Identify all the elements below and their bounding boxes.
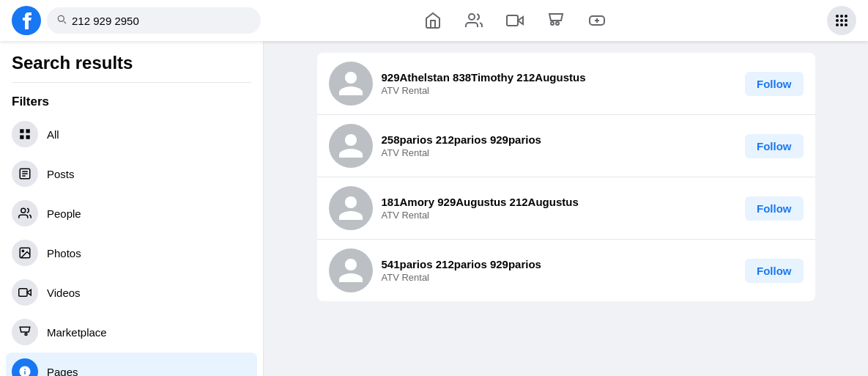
svg-point-12 xyxy=(840,23,843,26)
sidebar: Search results Filters All Posts People xyxy=(0,41,264,376)
app-layout: Search results Filters All Posts People xyxy=(0,0,868,376)
photos-icon xyxy=(12,240,38,266)
result-category: ATV Rental xyxy=(382,147,737,158)
follow-button[interactable]: Follow xyxy=(745,72,804,96)
sidebar-item-label: Posts xyxy=(47,168,75,180)
avatar xyxy=(329,124,373,168)
search-box[interactable] xyxy=(47,7,261,34)
svg-point-10 xyxy=(845,19,847,22)
follow-button[interactable]: Follow xyxy=(745,259,804,283)
result-category: ATV Rental xyxy=(382,85,737,96)
svg-point-9 xyxy=(840,19,843,22)
sidebar-divider xyxy=(12,82,251,83)
sidebar-item-label: Photos xyxy=(47,247,81,259)
svg-rect-17 xyxy=(26,136,30,139)
sidebar-item-videos[interactable]: Videos xyxy=(6,273,257,312)
result-category: ATV Rental xyxy=(382,210,737,221)
facebook-logo-icon xyxy=(12,6,41,35)
sidebar-item-label: Marketplace xyxy=(47,326,107,339)
posts-icon xyxy=(12,161,38,187)
result-info: 541parios 212parios 929parios ATV Rental xyxy=(382,258,737,283)
table-row: 181Amory 929Augustus 212Augustus ATV Ren… xyxy=(317,177,815,240)
svg-marker-2 xyxy=(518,17,523,24)
svg-point-19 xyxy=(21,208,26,213)
svg-point-6 xyxy=(840,15,843,18)
result-info: 181Amory 929Augustus 212Augustus ATV Ren… xyxy=(382,196,737,221)
svg-point-13 xyxy=(845,23,847,26)
avatar xyxy=(329,248,373,292)
sidebar-item-label: All xyxy=(47,128,59,141)
videos-icon xyxy=(12,279,38,306)
result-category: ATV Rental xyxy=(382,272,737,283)
sidebar-item-label: People xyxy=(47,207,81,220)
nav-left xyxy=(12,6,261,35)
main-content: 929Athelstan 838Timothy 212Augustus ATV … xyxy=(264,41,868,376)
svg-rect-23 xyxy=(19,289,27,297)
avatar xyxy=(329,62,373,106)
marketplace-nav-button[interactable] xyxy=(538,3,574,38)
grid-icon xyxy=(834,13,849,28)
table-row: 258parios 212parios 929parios ATV Rental… xyxy=(317,115,815,177)
watch-nav-button[interactable] xyxy=(497,3,533,38)
result-info: 258parios 212parios 929parios ATV Rental xyxy=(382,133,737,158)
filters-label: Filters xyxy=(6,92,257,115)
result-name: 258parios 212parios 929parios xyxy=(382,133,737,146)
home-nav-button[interactable] xyxy=(415,3,450,38)
follow-button[interactable]: Follow xyxy=(745,196,804,221)
svg-point-5 xyxy=(836,15,839,18)
sidebar-item-label: Videos xyxy=(47,287,81,299)
apps-menu-button[interactable] xyxy=(827,6,856,35)
table-row: 541parios 212parios 929parios ATV Rental… xyxy=(317,240,815,301)
svg-point-8 xyxy=(836,19,839,22)
sidebar-item-photos[interactable]: Photos xyxy=(6,234,257,272)
gaming-nav-button[interactable] xyxy=(579,3,615,38)
search-input[interactable] xyxy=(72,15,204,27)
search-icon xyxy=(56,13,67,28)
sidebar-item-all[interactable]: All xyxy=(6,115,257,153)
pages-icon xyxy=(12,358,38,376)
svg-point-21 xyxy=(22,250,23,251)
top-navigation xyxy=(0,0,868,41)
marketplace-icon xyxy=(12,319,38,345)
all-icon xyxy=(12,121,38,147)
nav-right xyxy=(768,6,856,35)
sidebar-item-label: Pages xyxy=(47,366,78,377)
sidebar-item-people[interactable]: People xyxy=(6,194,257,232)
result-name: 541parios 212parios 929parios xyxy=(382,258,737,270)
result-name: 929Athelstan 838Timothy 212Augustus xyxy=(382,71,737,84)
svg-rect-15 xyxy=(26,129,30,133)
results-list: 929Athelstan 838Timothy 212Augustus ATV … xyxy=(317,53,815,301)
sidebar-item-marketplace[interactable]: Marketplace xyxy=(6,313,257,351)
nav-center-icons xyxy=(261,3,768,38)
table-row: 929Athelstan 838Timothy 212Augustus ATV … xyxy=(317,53,815,115)
svg-point-1 xyxy=(469,14,475,20)
page-title: Search results xyxy=(6,53,257,82)
follow-button[interactable]: Follow xyxy=(745,134,804,158)
result-name: 181Amory 929Augustus 212Augustus xyxy=(382,196,737,208)
sidebar-item-pages[interactable]: Pages xyxy=(6,353,257,376)
svg-rect-14 xyxy=(20,129,23,133)
avatar xyxy=(329,186,373,230)
svg-point-7 xyxy=(845,15,847,18)
svg-point-11 xyxy=(836,23,839,26)
svg-rect-16 xyxy=(20,136,23,139)
friends-nav-button[interactable] xyxy=(456,3,492,38)
result-info: 929Athelstan 838Timothy 212Augustus ATV … xyxy=(382,71,737,96)
people-icon xyxy=(12,200,38,226)
sidebar-item-posts[interactable]: Posts xyxy=(6,155,257,193)
svg-marker-22 xyxy=(27,290,31,295)
svg-rect-3 xyxy=(507,15,518,26)
